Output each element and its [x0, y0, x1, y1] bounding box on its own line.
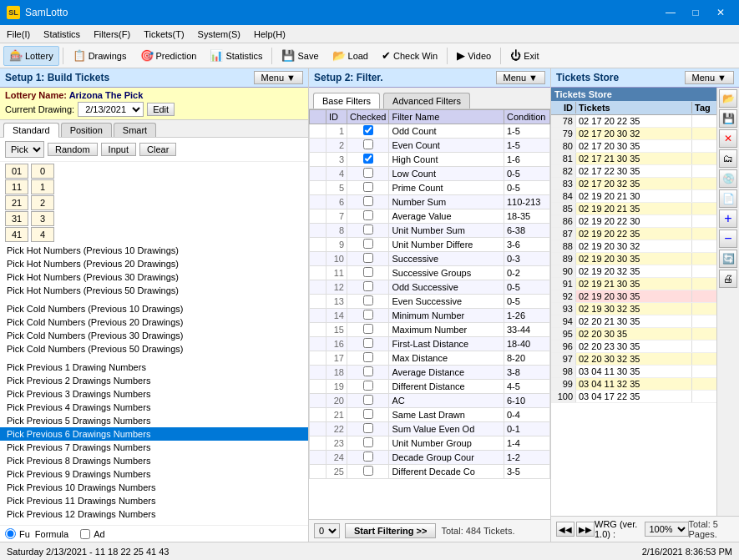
ticket-row-86[interactable]: 86 02 19 20 22 30 [551, 215, 716, 228]
ticket-row-78[interactable]: 78 02 17 20 22 35 [551, 115, 716, 128]
num-21[interactable]: 21 [5, 195, 28, 210]
list-item-hot50[interactable]: Pick Hot Numbers (Previous 50 Drawings) [0, 284, 308, 297]
ticket-row-87[interactable]: 87 02 19 20 22 35 [551, 228, 716, 240]
add-checkbox[interactable] [80, 529, 90, 539]
list-item-prev3[interactable]: Pick Previous 3 Drawings Numbers [0, 387, 308, 401]
filter-cb-1[interactable] [347, 124, 389, 139]
toolbar-checkwin[interactable]: ✔ Check Win [376, 46, 443, 66]
minimize-button[interactable]: — [659, 3, 682, 22]
toolbar-prediction[interactable]: 🎯 Prediction [134, 46, 203, 66]
ticket-row-91[interactable]: 91 02 19 21 30 35 [551, 278, 716, 290]
num-41[interactable]: 41 [5, 227, 28, 242]
filter-cb-15[interactable] [347, 323, 389, 337]
list-item-hot20[interactable]: Pick Hot Numbers (Previous 20 Drawings) [0, 257, 308, 270]
filter-cb-19[interactable] [347, 380, 389, 394]
formula-radio[interactable] [5, 528, 16, 539]
tab-smart[interactable]: Smart [114, 123, 156, 137]
menu-tickets[interactable]: Tickets(T) [137, 25, 190, 43]
toolbar-save[interactable]: 💾 Save [276, 46, 324, 66]
nav-prev-button[interactable]: ◀◀ [556, 522, 574, 537]
ticket-row-88[interactable]: 88 02 19 20 30 32 [551, 240, 716, 253]
filter-cb-23[interactable] [347, 436, 389, 451]
toolbar-lottery[interactable]: 🎰 Lottery [3, 46, 59, 66]
ticket-row-83[interactable]: 83 02 17 20 32 35 [551, 178, 716, 190]
filter-cb-18[interactable] [347, 366, 389, 380]
mid-panel-menu-button[interactable]: Menu ▼ [496, 71, 545, 84]
filter-cb-3[interactable] [347, 153, 389, 167]
menu-statistics[interactable]: Statistics [37, 25, 87, 43]
icon-remove-button[interactable]: − [719, 230, 737, 248]
num-22[interactable]: 2 [31, 195, 54, 210]
icon-print-button[interactable]: 🖨 [719, 270, 737, 288]
list-item-prev11[interactable]: Pick Previous 11 Drawings Numbers [0, 494, 308, 507]
ticket-row-85[interactable]: 85 02 19 20 21 35 [551, 203, 716, 215]
toolbar-drawings[interactable]: 📋 Drawings [67, 46, 133, 66]
filter-cb-11[interactable] [347, 266, 389, 280]
filter-cb-9[interactable] [347, 238, 389, 252]
icon-add-button[interactable]: + [719, 209, 737, 228]
icon-folder-button[interactable]: 🗂 [719, 149, 737, 168]
ticket-row-81[interactable]: 81 02 17 21 30 35 [551, 153, 716, 165]
toolbar-video[interactable]: ▶ Video [451, 46, 497, 66]
zoom-select[interactable]: 100% [645, 522, 689, 537]
ticket-row-100[interactable]: 100 03 04 17 22 35 [551, 391, 716, 403]
list-item-prev5[interactable]: Pick Previous 5 Drawings Numbers [0, 414, 308, 427]
nav-next-button[interactable]: ▶▶ [576, 522, 595, 537]
filter-tab-base[interactable]: Base Filters [313, 93, 380, 108]
icon-refresh-button[interactable]: 🔄 [719, 250, 737, 268]
list-item-hot30[interactable]: Pick Hot Numbers (Previous 30 Drawings) [0, 270, 308, 284]
filter-cb-21[interactable] [347, 408, 389, 422]
num-02[interactable]: 0 [31, 164, 54, 179]
filter-cb-7[interactable] [347, 209, 389, 224]
filter-cb-14[interactable] [347, 309, 389, 323]
list-item-cold20[interactable]: Pick Cold Numbers (Previous 20 Drawings) [0, 315, 308, 329]
filter-cb-22[interactable] [347, 422, 389, 436]
toolbar-statistics[interactable]: 📊 Statistics [204, 46, 268, 66]
ticket-row-93[interactable]: 93 02 19 30 32 35 [551, 303, 716, 315]
icon-open-button[interactable]: 📂 [719, 89, 737, 108]
input-button[interactable]: Input [101, 143, 136, 156]
filter-cb-24[interactable] [347, 451, 389, 465]
ticket-row-79[interactable]: 79 02 17 20 30 32 [551, 128, 716, 140]
ticket-row-95[interactable]: 95 02 20 30 35 [551, 328, 716, 341]
pick-select[interactable]: Pick [5, 141, 44, 158]
close-button[interactable]: ✕ [709, 3, 732, 22]
menu-system[interactable]: System(S) [191, 25, 247, 43]
random-button[interactable]: Random [48, 143, 98, 156]
toolbar-load[interactable]: 📂 Load [326, 46, 374, 66]
num-42[interactable]: 4 [31, 227, 54, 242]
ticket-row-84[interactable]: 84 02 19 20 21 30 [551, 190, 716, 203]
filter-cb-16[interactable] [347, 337, 389, 351]
ticket-row-96[interactable]: 96 02 20 23 30 35 [551, 341, 716, 353]
ticket-row-89[interactable]: 89 02 19 20 30 35 [551, 253, 716, 265]
ticket-row-92[interactable]: 92 02 19 20 30 35 [551, 290, 716, 303]
list-item-prev6[interactable]: Pick Previous 6 Drawings Numbers [0, 427, 308, 441]
filter-cb-2[interactable] [347, 139, 389, 153]
list-item-hot10[interactable]: Pick Hot Numbers (Previous 10 Drawings) [0, 244, 308, 257]
menu-filters[interactable]: Filters(F) [87, 25, 137, 43]
filter-cb-20[interactable] [347, 394, 389, 408]
filter-cb-12[interactable] [347, 280, 389, 295]
filter-cb-8[interactable] [347, 224, 389, 238]
list-item-prev8[interactable]: Pick Previous 8 Drawings Numbers [0, 454, 308, 467]
list-item-prev4[interactable]: Pick Previous 4 Drawings Numbers [0, 401, 308, 414]
ticket-row-82[interactable]: 82 02 17 22 30 35 [551, 165, 716, 178]
tab-standard[interactable]: Standard [3, 123, 59, 138]
num-31[interactable]: 31 [5, 211, 28, 226]
ticket-row-90[interactable]: 90 02 19 20 32 35 [551, 265, 716, 278]
filter-bottom-select[interactable]: 0 [314, 523, 340, 538]
menu-file[interactable]: File(I) [0, 25, 37, 43]
left-panel-menu-button[interactable]: Menu ▼ [254, 71, 303, 84]
ticket-row-98[interactable]: 98 03 04 11 30 35 [551, 366, 716, 378]
num-01[interactable]: 01 [5, 164, 28, 179]
list-item-prev10[interactable]: Pick Previous 10 Drawings Numbers [0, 481, 308, 494]
clear-button[interactable]: Clear [139, 143, 176, 156]
filter-cb-6[interactable] [347, 195, 389, 209]
ticket-row-99[interactable]: 99 03 04 11 32 35 [551, 378, 716, 391]
drawing-date-select[interactable]: 2/13/2021 [78, 102, 144, 117]
filter-cb-10[interactable] [347, 252, 389, 266]
list-item-prev9[interactable]: Pick Previous 9 Drawings Numbers [0, 467, 308, 481]
tab-position[interactable]: Position [61, 123, 112, 137]
maximize-button[interactable]: □ [684, 3, 707, 22]
toolbar-exit[interactable]: ⏻ Exit [504, 46, 544, 66]
